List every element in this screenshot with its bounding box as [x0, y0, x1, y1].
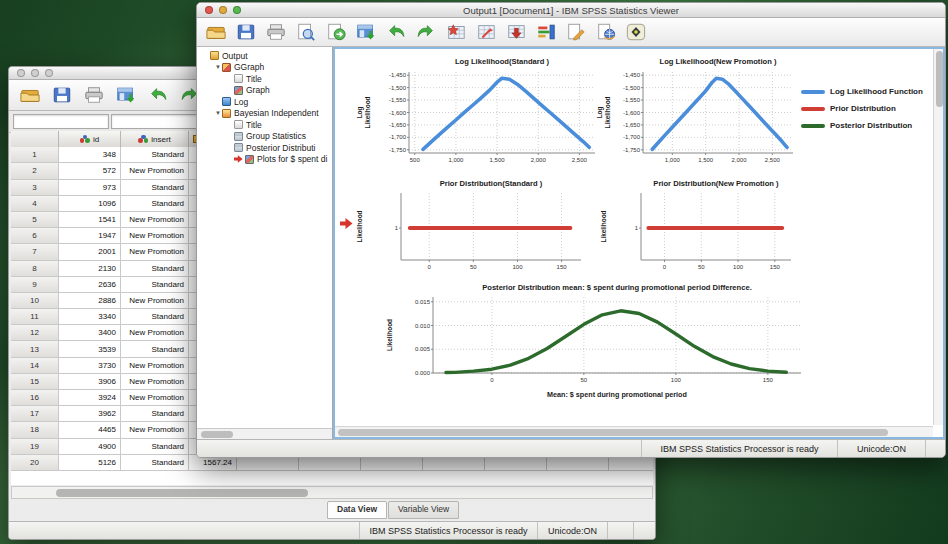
- designate-window-button[interactable]: [623, 20, 649, 44]
- tree-item-output[interactable]: Output: [199, 50, 332, 62]
- cell-insert[interactable]: Standard: [121, 309, 189, 325]
- tree-item-bayesian-independent[interactable]: ▼Bayesian Independent: [199, 108, 332, 120]
- tree-item-log[interactable]: Log: [199, 96, 332, 108]
- cell-insert[interactable]: New Promotion: [121, 422, 189, 438]
- print-preview-button[interactable]: [293, 20, 319, 44]
- cell-id[interactable]: 3906: [59, 374, 121, 390]
- minimize-button[interactable]: [31, 69, 39, 77]
- cell-id[interactable]: 2001: [59, 244, 121, 260]
- cell-insert[interactable]: Standard: [121, 439, 189, 455]
- tree-item-plots-for-spent-di[interactable]: Plots for $ spent di: [199, 154, 332, 166]
- cell-id[interactable]: 3924: [59, 390, 121, 406]
- row-number: 15: [11, 374, 59, 390]
- cell-insert[interactable]: Standard: [121, 196, 189, 212]
- cell-insert[interactable]: New Promotion: [121, 228, 189, 244]
- cell-id[interactable]: 572: [59, 163, 121, 179]
- cell-id[interactable]: 2636: [59, 277, 121, 293]
- column-header-insert[interactable]: insert: [121, 131, 189, 148]
- tree-item-title[interactable]: Title: [199, 73, 332, 85]
- cell-id[interactable]: 1541: [59, 212, 121, 228]
- expander-triangle-icon[interactable]: ▼: [214, 64, 222, 70]
- desktop: { "viewer": { "title": "Output1 [Documen…: [0, 0, 948, 544]
- cell-insert[interactable]: Standard: [121, 406, 189, 422]
- goto-case-button[interactable]: [473, 20, 499, 44]
- cell-reference-box[interactable]: [13, 114, 109, 129]
- content-vscrollbar[interactable]: [933, 49, 943, 425]
- export-button[interactable]: [323, 20, 349, 44]
- outline-hscrollbar[interactable]: [197, 428, 332, 439]
- zoom-button[interactable]: [45, 69, 53, 77]
- cell-insert[interactable]: Standard: [121, 261, 189, 277]
- content-hscrollbar[interactable]: [335, 426, 933, 437]
- recall-dialogs-button[interactable]: [353, 20, 379, 44]
- undo-button[interactable]: [145, 83, 171, 107]
- cell-insert[interactable]: New Promotion: [121, 212, 189, 228]
- cell-insert[interactable]: New Promotion: [121, 374, 189, 390]
- cell-id[interactable]: 1947: [59, 228, 121, 244]
- export-viewer-button[interactable]: [593, 20, 619, 44]
- cell-id[interactable]: 4465: [59, 422, 121, 438]
- cell-id[interactable]: 3539: [59, 341, 121, 357]
- cell-insert[interactable]: New Promotion: [121, 358, 189, 374]
- column-header-id[interactable]: id: [59, 131, 121, 148]
- cell-insert[interactable]: New Promotion: [121, 163, 189, 179]
- cell-insert[interactable]: New Promotion: [121, 293, 189, 309]
- cell-insert[interactable]: Standard: [121, 341, 189, 357]
- cell-insert[interactable]: New Promotion: [121, 390, 189, 406]
- cell-insert[interactable]: Standard: [121, 147, 189, 163]
- cell-id[interactable]: 973: [59, 180, 121, 196]
- recall-dialogs-button[interactable]: [113, 83, 139, 107]
- print-button[interactable]: [263, 20, 289, 44]
- cell-id[interactable]: 5126: [59, 455, 121, 471]
- cell-id[interactable]: 2886: [59, 293, 121, 309]
- svg-text:0: 0: [490, 377, 494, 383]
- print-button[interactable]: [81, 83, 107, 107]
- undo-button[interactable]: [383, 20, 409, 44]
- cell-insert[interactable]: New Promotion: [121, 325, 189, 341]
- tree-item-graph[interactable]: Graph: [199, 85, 332, 97]
- tree-item-label: Group Statistics: [246, 131, 306, 141]
- tab-variable-view[interactable]: Variable View: [388, 501, 459, 519]
- cell-insert[interactable]: Standard: [121, 180, 189, 196]
- data-grid-hscrollbar[interactable]: [11, 486, 653, 499]
- tree-item-label: GGraph: [234, 62, 264, 72]
- variables-button[interactable]: [503, 20, 529, 44]
- open-button[interactable]: [203, 20, 229, 44]
- window-controls[interactable]: [17, 69, 53, 77]
- svg-text:100: 100: [671, 377, 682, 383]
- redo-icon: [415, 22, 437, 42]
- cell-id[interactable]: 3400: [59, 325, 121, 341]
- cell-id[interactable]: 2130: [59, 261, 121, 277]
- cell-id[interactable]: 1096: [59, 196, 121, 212]
- use-variable-sets-button[interactable]: [533, 20, 559, 44]
- tree-item-title[interactable]: Title: [199, 119, 332, 131]
- cell-id[interactable]: 3340: [59, 309, 121, 325]
- save-button[interactable]: [233, 20, 259, 44]
- tree-item-group-statistics[interactable]: Group Statistics: [199, 131, 332, 143]
- close-button[interactable]: [17, 69, 25, 77]
- tab-data-view[interactable]: Data View: [327, 501, 387, 519]
- cell-insert[interactable]: New Promotion: [121, 244, 189, 260]
- tree-item-ggraph[interactable]: ▼GGraph: [199, 62, 332, 74]
- cell-id[interactable]: 3730: [59, 358, 121, 374]
- viewer-titlebar[interactable]: Output1 [Document1] - IBM SPSS Statistic…: [197, 3, 945, 18]
- tree-item-label: Output: [222, 51, 248, 61]
- svg-text:-1,700: -1,700: [389, 134, 407, 140]
- svg-text:Log: Log: [596, 107, 604, 119]
- goto-data-button[interactable]: [443, 20, 469, 44]
- open-button[interactable]: [17, 83, 43, 107]
- expander-triangle-icon[interactable]: ▼: [214, 110, 222, 116]
- cell-id[interactable]: 3962: [59, 406, 121, 422]
- cell-insert[interactable]: Standard: [121, 277, 189, 293]
- edit-output-button[interactable]: [563, 20, 589, 44]
- redo-button[interactable]: [413, 20, 439, 44]
- svg-text:-1,550: -1,550: [623, 97, 641, 103]
- cell-id[interactable]: 4900: [59, 439, 121, 455]
- svg-text:2,500: 2,500: [765, 157, 781, 163]
- tree-item-posterior-distributi[interactable]: Posterior Distributi: [199, 142, 332, 154]
- print-icon: [265, 22, 287, 42]
- cell-id[interactable]: 348: [59, 147, 121, 163]
- cell-insert[interactable]: Standard: [121, 455, 189, 471]
- save-button[interactable]: [49, 83, 75, 107]
- output-content-pane[interactable]: Log Likelihood(Standard )-1,450-1,500-1,…: [333, 47, 945, 439]
